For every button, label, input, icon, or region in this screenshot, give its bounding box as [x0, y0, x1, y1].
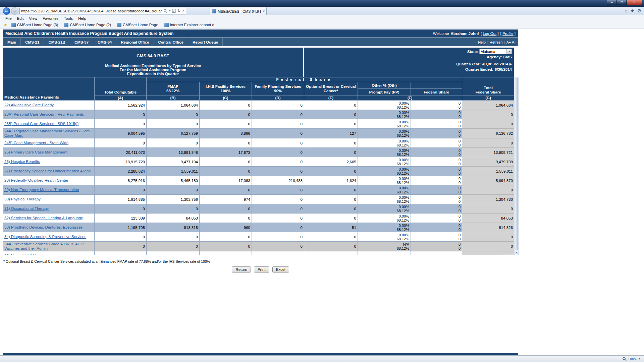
row-link[interactable]: 26) Hospice Benefits	[4, 160, 40, 164]
state-select[interactable]: Alabama ▾	[479, 49, 512, 54]
cell-obcc: 0	[304, 119, 358, 129]
print-button[interactable]: Print	[254, 266, 269, 273]
forward-button[interactable]: →	[11, 7, 18, 15]
row-link[interactable]: 30) Physical Therapy	[4, 197, 41, 201]
favorite-icon	[164, 23, 169, 27]
favorites-icon[interactable]: ★	[630, 8, 635, 13]
row-link[interactable]: 24B) Case Management - State Wide	[4, 141, 68, 145]
cell-ihs: 0	[200, 157, 252, 167]
chevron-down-icon[interactable]: ▾	[506, 49, 512, 54]
cell-total-computable: 0	[95, 204, 147, 214]
row-link[interactable]: 23A) Personal Care Services - Reg. Payme…	[4, 112, 84, 116]
add-favorite-icon[interactable]: ★	[3, 22, 7, 27]
cell-federal-share: 00	[411, 214, 462, 223]
table-row: 23A) Personal Care Services - Reg. Payme…	[3, 110, 515, 119]
quarter-prev-icon[interactable]: ◀	[482, 62, 484, 66]
nav-regional-office[interactable]: Regional Office	[116, 38, 154, 46]
row-link[interactable]: 23B) Personal Care Services - SDS 1915(j…	[4, 122, 78, 126]
quarter-next-icon[interactable]: ▶	[509, 62, 512, 66]
nav-items: Main CMS-21 CMS-21B CMS-37 CMS-64 Region…	[3, 38, 223, 46]
gear-icon[interactable]: ⚙	[637, 8, 641, 13]
favorite-item[interactable]: Internet Explorer cannot d...	[164, 23, 218, 27]
cell-family-planning: 0	[252, 138, 304, 148]
nav-main[interactable]: Main	[3, 38, 21, 46]
home-icon[interactable]: ⌂	[625, 8, 627, 13]
zoom-control[interactable]: 100% ▾	[622, 357, 640, 361]
cell-federal-share: 00	[411, 101, 462, 110]
row-link[interactable]: 33) Prosthetic Devices, Dentures, Eyegla…	[4, 225, 83, 229]
quarter-section: Quarter/Year: ◀ Qtr 3rd 2014 ▶ Quarter E…	[304, 60, 514, 73]
row-link[interactable]: 27) Emergency Services for Undocumented …	[4, 169, 91, 173]
col-header-line: 68.12%	[166, 89, 179, 93]
state-agency-section: State: Alabama ▾ Agency: CMS	[304, 48, 514, 60]
stop-icon[interactable]: ×	[182, 9, 184, 13]
menu-tools[interactable]: Tools	[61, 16, 75, 20]
table-row: 23B) Personal Care Services - SDS 1915(j…	[3, 119, 515, 129]
search-icon[interactable]	[163, 9, 167, 13]
nav-report-queue[interactable]: Report Queue	[188, 38, 223, 46]
row-link[interactable]: 35) Nurse Mid-Wife	[4, 254, 38, 255]
table-scrollbar[interactable]: ▼	[514, 77, 519, 255]
col-header-line: Total	[484, 86, 493, 90]
scrollbar-thumb[interactable]	[515, 78, 518, 250]
report-subtitle: For the Medical Assistance Program	[3, 68, 303, 72]
maximize-button[interactable]: □	[617, 0, 627, 5]
logout-link[interactable]: Log Out	[483, 32, 496, 36]
scrollbar-down-icon[interactable]: ▼	[515, 250, 518, 254]
cell-payment-label: 23B) Personal Care Services - SDS 1915(j…	[3, 119, 95, 129]
federal-share-top: 0	[412, 205, 461, 209]
cell-total-federal-share: 17,265	[462, 251, 514, 255]
row-link[interactable]: 29) Non-Emergency Medical Transportation	[4, 188, 79, 192]
nav-central-office[interactable]: Central Office	[154, 38, 188, 46]
address-bar[interactable]: https://65.220.21.9/MBESCBES/CMS64/CMS64…	[19, 8, 186, 14]
url-text[interactable]: https://65.220.21.9/MBESCBES/CMS64/CMS64…	[21, 9, 163, 13]
favorite-item[interactable]: CMSnet Home Page (3)	[11, 23, 58, 27]
nav-cms21b[interactable]: CMS-21B	[44, 38, 70, 46]
row-link[interactable]: 22) All-Inclusive Care Elderly	[4, 103, 54, 107]
help-link[interactable]: Help	[478, 40, 486, 44]
table-row: 35) Nurse Mid-Wife 25,345 17,265 0 0 0 0…	[3, 251, 515, 255]
profile-wrap: Profile	[500, 32, 516, 36]
quarter-link[interactable]: Qtr 3rd 2014	[486, 62, 508, 66]
col-letter-a: (A)	[95, 96, 147, 101]
federal-share-top: 0	[412, 101, 461, 105]
menu-edit[interactable]: Edit	[14, 16, 26, 20]
row-link[interactable]: 31) Occupational Therapy	[4, 206, 49, 210]
menu-file[interactable]: File	[3, 16, 14, 20]
favorite-item[interactable]: CMSnet Home Page	[117, 23, 158, 27]
compatibility-view-icon[interactable]	[172, 9, 176, 13]
row-link[interactable]: 28) Federally-Qualified Health Center	[4, 178, 68, 182]
back-button[interactable]: ←	[3, 7, 10, 15]
federal-share-top: 0	[412, 139, 461, 143]
nav-cms37[interactable]: CMS-37	[70, 38, 93, 46]
nav-cms64[interactable]: CMS-64	[93, 38, 116, 46]
browser-tab[interactable]: MBES/CBES - CMS 64.9 Base ×	[210, 7, 267, 15]
font-increase-link[interactable]: A+	[506, 40, 511, 44]
row-link[interactable]: 24A) Targeted Case Management Services -…	[4, 129, 91, 137]
favorite-item[interactable]: CMSnet Home Page (2)	[64, 23, 111, 27]
zoom-caret-icon[interactable]: ▾	[639, 358, 640, 360]
refresh-link[interactable]: Refresh	[490, 40, 503, 44]
quarter-ended-value: 6/30/2014	[495, 67, 512, 71]
refresh-icon[interactable]: ↻	[177, 9, 180, 13]
menu-help[interactable]: Help	[75, 16, 89, 20]
close-button[interactable]: ×	[627, 0, 642, 5]
excel-button[interactable]: Excel	[272, 266, 289, 273]
url-dropdown-icon[interactable]: ▾	[169, 10, 170, 12]
return-button[interactable]: Return	[232, 266, 251, 273]
font-decrease-link[interactable]: A-	[512, 40, 516, 44]
nav-cms21[interactable]: CMS-21	[21, 38, 44, 46]
minimize-button[interactable]: –	[607, 0, 616, 5]
profile-link[interactable]: Profile	[502, 32, 514, 36]
row-link[interactable]: 25) Primary Care Case Management	[4, 150, 67, 154]
menu-view[interactable]: View	[26, 16, 40, 20]
row-link[interactable]: 32) Services for Speech, Hearing & Langu…	[4, 216, 83, 220]
col-header-other-pct: Other % (Oth) Prompt Pay (PP)	[358, 82, 411, 96]
cell-other-pct: 0.00%68.12%	[358, 195, 411, 204]
tab-close-icon[interactable]: ×	[263, 9, 265, 13]
row-link[interactable]: 34A) Preventive Services Grade A OR B, A…	[4, 242, 84, 250]
other-pct-bottom: 68.12%	[359, 171, 409, 175]
cell-fmap: 84,053	[147, 214, 200, 223]
menu-favorites[interactable]: Favorites	[40, 16, 61, 20]
row-link[interactable]: 34) Diagnostic Screening & Preventive Se…	[4, 235, 86, 239]
